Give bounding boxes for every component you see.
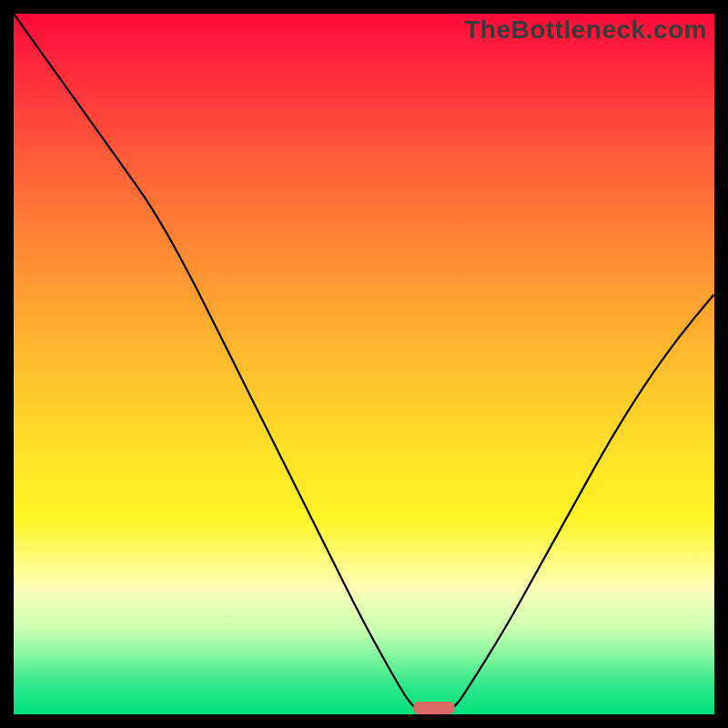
plot-area: TheBottleneck.com: [14, 14, 714, 714]
chart-frame: TheBottleneck.com: [0, 0, 728, 728]
bottleneck-curve: [14, 14, 714, 714]
optimal-marker: [413, 702, 455, 714]
